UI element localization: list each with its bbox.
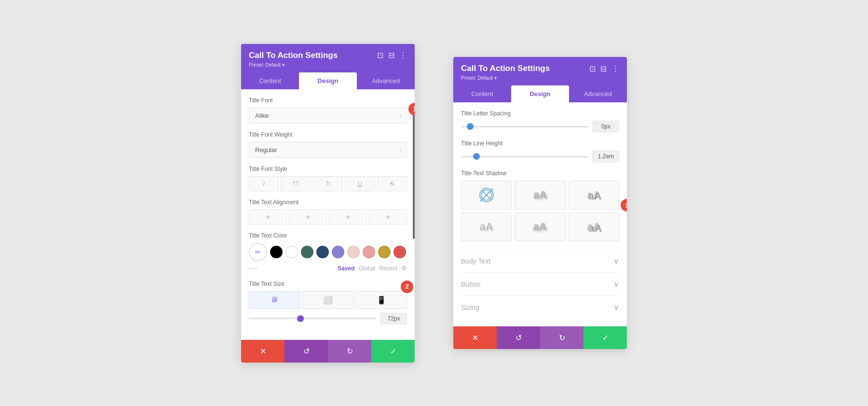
desktop-btn[interactable]: 🖥	[249, 291, 300, 309]
redo-button-left[interactable]: ↻	[328, 340, 371, 363]
line-height-value[interactable]: 1.2em	[593, 151, 619, 162]
shadow-text-3: aA	[480, 221, 493, 233]
columns-icon-right[interactable]: ⊟	[600, 64, 607, 73]
color-white[interactable]	[285, 246, 298, 258]
sizing-label: Sizing	[461, 304, 479, 311]
tab-advanced-right[interactable]: Advanced	[569, 85, 627, 102]
tab-advanced-left[interactable]: Advanced	[357, 72, 415, 89]
button-label: Button	[461, 280, 480, 288]
shadow-none[interactable]	[461, 181, 512, 210]
tab-design-right[interactable]: Design	[511, 85, 569, 102]
scrollbar[interactable]	[413, 113, 415, 239]
recent-tab[interactable]: Recent	[379, 265, 397, 272]
badge-3: 3	[621, 199, 627, 211]
shadow-text-5: aA	[587, 221, 600, 233]
color-swatches-row: ✏	[249, 243, 407, 261]
title-text-alignment-section: Title Text Alignment ≡ ≡ ≡ ≡	[249, 199, 407, 224]
left-panel-body: 1 Title Font Alike Title Font Weight Reg…	[241, 89, 415, 340]
letter-spacing-value[interactable]: 0px	[593, 121, 619, 132]
columns-icon[interactable]: ⊟	[388, 51, 394, 60]
more-icon-right[interactable]: ⋮	[611, 64, 619, 73]
letter-spacing-slider[interactable]	[461, 126, 588, 127]
button-section[interactable]: Button ∨	[461, 272, 619, 295]
cancel-button-right[interactable]: ✕	[453, 326, 497, 349]
align-center-btn[interactable]: ≡	[289, 210, 327, 224]
redo-button-right[interactable]: ↻	[540, 326, 583, 349]
shadow-option-1[interactable]: aA	[515, 181, 565, 210]
tab-content-right[interactable]: Content	[453, 85, 511, 102]
sizing-section[interactable]: Sizing ∨	[461, 295, 619, 319]
color-pink[interactable]	[363, 246, 375, 258]
title-line-height-section: Title Line Height 1.2em	[461, 140, 619, 162]
color-picker-btn[interactable]: ✏	[249, 243, 267, 261]
title-font-weight-select[interactable]: Regular	[249, 142, 407, 158]
tab-design-left[interactable]: Design	[299, 72, 357, 89]
save-button-left[interactable]: ✓	[371, 340, 415, 363]
color-peach[interactable]	[347, 246, 360, 258]
color-lavender[interactable]	[332, 246, 344, 258]
gear-icon[interactable]: ⚙	[401, 265, 407, 272]
shadow-option-2[interactable]: aA	[569, 181, 619, 210]
title-font-select[interactable]: Alike	[249, 108, 407, 124]
reset-button-right[interactable]: ↺	[497, 326, 540, 349]
body-text-section[interactable]: Body Text ∨	[461, 249, 619, 272]
size-value[interactable]: 72px	[380, 313, 407, 324]
saved-tab[interactable]: Saved	[338, 265, 354, 272]
body-text-chevron-icon: ∨	[613, 256, 619, 266]
color-tabs: Saved Global Recent ⚙	[338, 265, 407, 272]
left-panel-tabs: Content Design Advanced	[241, 72, 415, 89]
right-panel-header-icons: ⊡ ⊟ ⋮	[589, 64, 619, 73]
shadow-option-4[interactable]: aA	[515, 212, 565, 241]
underline-btn[interactable]: U	[345, 176, 375, 191]
size-slider[interactable]	[249, 318, 376, 319]
title-line-height-label: Title Line Height	[461, 140, 619, 147]
button-chevron-icon: ∨	[613, 280, 619, 289]
capitalize-btn[interactable]: Tt	[313, 176, 343, 191]
tab-content-left[interactable]: Content	[241, 72, 299, 89]
cancel-button-left[interactable]: ✕	[241, 340, 285, 363]
right-panel-preset: Preset: Default ▾	[461, 75, 619, 81]
size-slider-row: 72px	[249, 313, 407, 324]
italic-btn[interactable]: I	[249, 176, 279, 191]
color-black[interactable]	[270, 246, 283, 258]
focus-icon-right[interactable]: ⊡	[589, 64, 596, 73]
badge-1: 1	[408, 103, 415, 115]
no-shadow-icon	[479, 188, 494, 202]
color-teal[interactable]	[301, 246, 313, 258]
uppercase-btn[interactable]: TT	[281, 176, 311, 191]
title-font-weight-select-wrapper[interactable]: Regular	[249, 142, 407, 158]
color-red[interactable]	[393, 246, 406, 258]
color-navy[interactable]	[316, 246, 329, 258]
color-gold[interactable]	[378, 246, 391, 258]
title-font-label: Title Font	[249, 97, 407, 104]
focus-icon[interactable]: ⊡	[377, 51, 383, 60]
title-text-shadow-label: Title Text Shadow	[461, 170, 619, 177]
shadow-grid: aA aA aA aA aA	[461, 181, 619, 241]
more-icon[interactable]: ⋮	[399, 51, 407, 60]
mobile-btn[interactable]: 📱	[355, 291, 407, 309]
title-text-color-section: Title Text Color ✏ ··· Saved Global Rece…	[249, 232, 407, 273]
reset-button-left[interactable]: ↺	[285, 340, 328, 363]
shadow-option-3[interactable]: aA	[461, 212, 512, 241]
align-right-btn[interactable]: ≡	[329, 210, 367, 224]
size-slider-container	[249, 314, 376, 323]
shadow-option-5[interactable]: aA	[569, 212, 619, 241]
letter-spacing-slider-row: 0px	[461, 121, 619, 132]
align-left-btn[interactable]: ≡	[249, 210, 287, 224]
tablet-btn[interactable]: ⬜	[302, 291, 354, 309]
line-height-slider[interactable]	[461, 156, 588, 157]
align-justify-btn[interactable]: ≡	[369, 210, 407, 224]
title-font-select-wrapper[interactable]: Alike	[249, 108, 407, 124]
right-panel-title: Call To Action Settings	[461, 64, 550, 73]
line-height-slider-container	[461, 152, 588, 161]
letter-spacing-slider-container	[461, 122, 588, 131]
global-tab[interactable]: Global	[358, 265, 375, 272]
right-panel-footer: ✕ ↺ ↻ ✓	[453, 326, 627, 349]
shadow-text-2: aA	[587, 189, 600, 201]
strikethrough-btn[interactable]: S	[377, 176, 407, 191]
right-panel: Call To Action Settings ⊡ ⊟ ⋮ Preset: De…	[453, 57, 627, 349]
save-button-right[interactable]: ✓	[583, 326, 627, 349]
right-panel-body: 3 Title Letter Spacing 0px Title Line He…	[453, 102, 627, 326]
more-dots[interactable]: ···	[249, 264, 258, 273]
title-font-weight-label: Title Font Weight	[249, 131, 407, 138]
